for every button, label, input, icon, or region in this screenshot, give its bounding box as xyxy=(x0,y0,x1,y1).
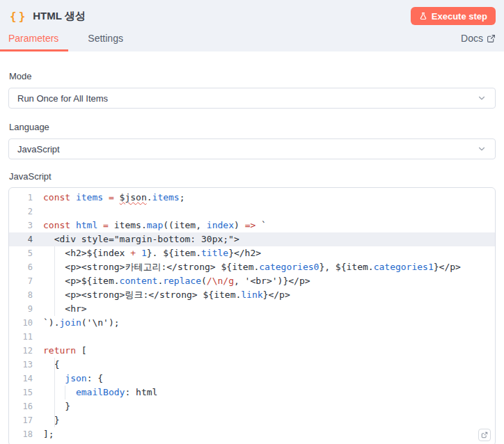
code-braces-icon: {} xyxy=(10,10,27,23)
code-line: 11 xyxy=(9,330,495,344)
indent-guide xyxy=(54,413,55,427)
code-line: 13 { xyxy=(9,358,495,372)
code-editor[interactable]: 1const items = $json.items;23const html … xyxy=(8,187,496,444)
line-number: 4 xyxy=(9,232,33,246)
line-number: 3 xyxy=(9,219,33,232)
execute-step-label: Execute step xyxy=(432,11,487,22)
tab-parameters[interactable]: Parameters xyxy=(0,33,65,51)
code-line: 17 } xyxy=(9,413,495,427)
tab-settings[interactable]: Settings xyxy=(79,33,130,51)
language-select[interactable]: JavaScript xyxy=(8,138,496,159)
line-number: 16 xyxy=(9,399,33,413)
chevron-down-icon xyxy=(477,93,487,103)
code-line: 5 <h2>${index + 1}. ${item.title}</h2> xyxy=(9,246,495,260)
code-line: 8 <p><strong>링크:</strong> ${item.link}</… xyxy=(9,288,495,302)
indent-guide xyxy=(65,386,65,399)
active-tab-indicator xyxy=(0,49,68,51)
indent-guide xyxy=(54,302,55,316)
code-line: 12return [ xyxy=(9,344,495,358)
language-label: Language xyxy=(9,122,496,132)
code-line: 3const html = items.map((item, index) =>… xyxy=(9,219,495,232)
indent-guide xyxy=(54,358,55,372)
line-number: 8 xyxy=(9,288,33,302)
line-number: 14 xyxy=(9,372,33,386)
indent-guide xyxy=(54,260,55,274)
code-line: 16 } xyxy=(9,399,495,413)
code-line: 7 <p>${item.content.replace(/\n/g, '<br>… xyxy=(9,274,495,288)
code-line: 9 <hr> xyxy=(9,302,495,316)
indent-guide xyxy=(54,386,55,399)
indent-guide xyxy=(54,274,55,288)
code-line: 14 json: { xyxy=(9,372,495,386)
code-line: 18]; xyxy=(9,427,495,441)
indent-guide xyxy=(54,246,55,260)
line-number: 5 xyxy=(9,246,33,260)
chevron-down-icon xyxy=(477,144,487,154)
execute-step-button[interactable]: Execute step xyxy=(411,7,496,25)
indent-guide xyxy=(54,288,55,302)
line-number: 12 xyxy=(9,344,33,358)
language-select-value: JavaScript xyxy=(17,144,60,154)
parameters-pane: Mode Run Once for All Items Language Jav… xyxy=(0,71,504,444)
line-number: 18 xyxy=(9,427,33,441)
mode-select[interactable]: Run Once for All Items xyxy=(8,88,496,109)
node-panel-header: {} HTML 생성 Execute step Parameters Setti… xyxy=(0,0,504,51)
line-number: 1 xyxy=(9,191,33,205)
mode-label: Mode xyxy=(9,71,496,81)
code-lines: 1const items = $json.items;23const html … xyxy=(9,191,495,441)
expand-editor-icon xyxy=(481,431,488,438)
line-number: 7 xyxy=(9,274,33,288)
line-number: 17 xyxy=(9,413,33,427)
node-title: HTML 생성 xyxy=(33,10,86,23)
line-number: 10 xyxy=(9,316,33,330)
line-number: 11 xyxy=(9,330,33,344)
expand-editor-button[interactable] xyxy=(478,429,491,441)
code-line: 2 xyxy=(9,205,495,219)
docs-link[interactable]: Docs xyxy=(461,33,496,51)
flask-icon xyxy=(419,12,427,20)
code-line: 1const items = $json.items; xyxy=(9,191,495,205)
tab-bar: Parameters Settings Docs xyxy=(0,33,504,51)
code-line: 15 emailBody: html xyxy=(9,386,495,399)
code-editor-label: JavaScript xyxy=(9,171,496,182)
line-number: 15 xyxy=(9,386,33,399)
code-line: 6 <p><strong>카테고리:</strong> ${item.categ… xyxy=(9,260,495,274)
external-link-icon xyxy=(487,34,496,43)
docs-label: Docs xyxy=(461,33,483,44)
line-number: 9 xyxy=(9,302,33,316)
line-number: 6 xyxy=(9,260,33,274)
indent-guide xyxy=(54,372,55,386)
code-line: 4 <div style="margin-bottom: 30px;"> xyxy=(9,232,495,246)
mode-select-value: Run Once for All Items xyxy=(17,93,108,104)
code-line: 10`).join('\n'); xyxy=(9,316,495,330)
line-number: 13 xyxy=(9,358,33,372)
indent-guide xyxy=(54,399,55,413)
line-number: 2 xyxy=(9,205,33,219)
